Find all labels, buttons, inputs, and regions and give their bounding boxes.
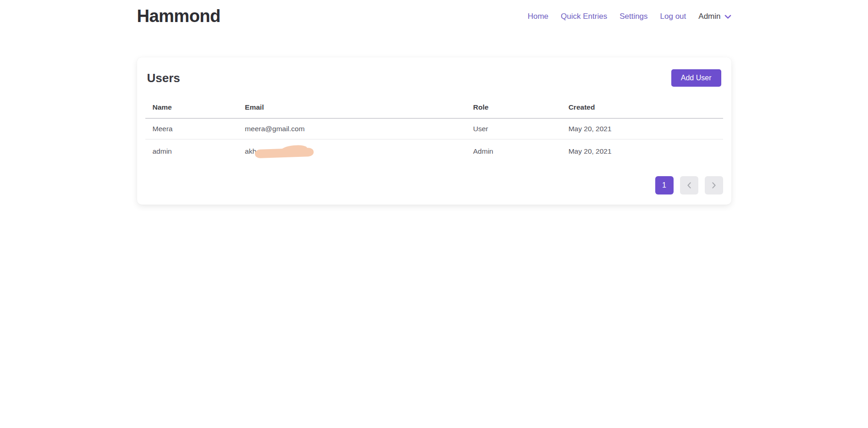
redaction-scribble: [255, 145, 315, 157]
user-role-cell: User: [466, 118, 561, 139]
chevron-right-icon: [712, 182, 716, 189]
user-name-cell: admin: [145, 139, 238, 164]
table-row: admin akh Admin May 20, 2021: [145, 139, 723, 164]
previous-page-button[interactable]: [680, 176, 698, 195]
page-number-button[interactable]: 1: [655, 176, 674, 195]
brand-logo[interactable]: Hammond: [137, 6, 221, 26]
users-table: Name Email Role Created Meera meera@gmai…: [145, 100, 723, 163]
user-created-cell: May 20, 2021: [561, 139, 723, 164]
users-card: Users Add User Name Email Role Created M…: [137, 57, 731, 205]
nav-item-settings[interactable]: Settings: [619, 12, 647, 21]
add-user-button[interactable]: Add User: [671, 69, 721, 87]
column-header-name: Name: [145, 100, 238, 118]
user-created-cell: May 20, 2021: [561, 118, 723, 139]
next-page-button[interactable]: [705, 176, 723, 195]
top-navigation-bar: Hammond Home Quick Entries Settings Log …: [0, 0, 868, 26]
nav-item-logout[interactable]: Log out: [660, 12, 686, 21]
user-name-cell: Meera: [145, 118, 238, 139]
user-menu-label: Admin: [698, 12, 720, 21]
column-header-email: Email: [238, 100, 466, 118]
table-header-row: Name Email Role Created: [145, 100, 723, 118]
nav-item-quick-entries[interactable]: Quick Entries: [561, 12, 607, 21]
column-header-role: Role: [466, 100, 561, 118]
user-role-cell: Admin: [466, 139, 561, 164]
user-email-cell: akh: [238, 139, 466, 164]
table-row: Meera meera@gmail.com User May 20, 2021: [145, 118, 723, 139]
main-nav: Home Quick Entries Settings Log out Admi…: [528, 12, 731, 21]
column-header-created: Created: [561, 100, 723, 118]
card-header: Users Add User: [145, 69, 723, 87]
page-title: Users: [147, 71, 180, 85]
page-content: Users Add User Name Email Role Created M…: [137, 57, 731, 205]
chevron-down-icon: [724, 15, 731, 19]
nav-item-home[interactable]: Home: [528, 12, 548, 21]
user-menu-dropdown[interactable]: Admin: [698, 12, 731, 21]
user-email-cell: meera@gmail.com: [238, 118, 466, 139]
chevron-left-icon: [687, 182, 691, 189]
pagination: 1: [145, 176, 723, 195]
